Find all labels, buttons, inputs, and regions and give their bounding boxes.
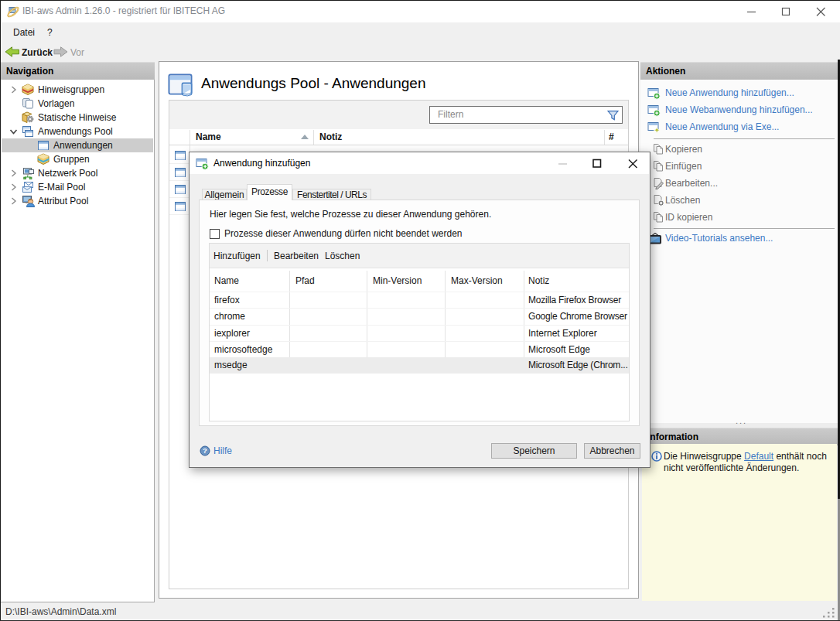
svg-text:?: ? [203, 446, 207, 455]
